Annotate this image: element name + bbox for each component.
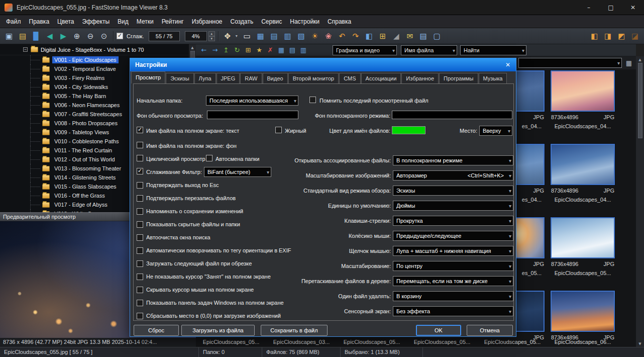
copy-image-icon[interactable]: ▤ xyxy=(17,30,29,42)
option-checkbox[interactable] xyxy=(137,195,143,202)
undo-icon[interactable]: ↶ xyxy=(336,30,348,42)
spin-down-icon[interactable]: ▼ xyxy=(208,36,215,41)
option-checkbox[interactable] xyxy=(137,234,143,241)
email-icon[interactable]: ✉ xyxy=(404,30,416,42)
filename-color-swatch[interactable] xyxy=(392,126,425,134)
layout-browser-icon[interactable]: ◧ xyxy=(588,30,600,42)
option-checkbox[interactable] xyxy=(137,300,143,306)
dialog-tab[interactable]: Лупа xyxy=(194,73,216,83)
dialog-tab[interactable]: RAW xyxy=(240,73,262,83)
thumbnails-view-icon[interactable]: ▦ xyxy=(255,30,267,42)
select-tool-icon[interactable]: ▭ xyxy=(241,30,253,42)
filename-text-checkbox[interactable] xyxy=(137,127,143,133)
folder-new-icon[interactable]: ⊞ xyxy=(243,45,253,55)
thumbnail-cell[interactable]: 8736x4896 JPG EpicCloudscapes_05... xyxy=(548,217,618,290)
redo-icon[interactable]: ↷ xyxy=(350,30,362,42)
select-dropdown[interactable]: Без эффекта xyxy=(393,306,513,316)
folder-refresh-icon[interactable]: ↻ xyxy=(232,45,242,55)
save-to-file-button[interactable]: Сохранить в файл xyxy=(261,325,328,336)
collapse-icon[interactable]: − xyxy=(23,47,28,52)
menu-item[interactable]: Рейтинг xyxy=(158,16,188,27)
select-dropdown[interactable]: Эскизы xyxy=(393,186,513,196)
dialog-tab[interactable]: Эскизы xyxy=(166,73,193,83)
menu-item[interactable]: Сервис xyxy=(257,16,286,27)
dialog-tab[interactable]: Второй монитор xyxy=(288,73,339,83)
crop-board-icon[interactable]: ◢ xyxy=(390,30,402,42)
menu-item[interactable]: Правка xyxy=(25,16,54,27)
spin-up-icon[interactable]: ▲ xyxy=(208,31,215,36)
menu-item[interactable]: Метки xyxy=(133,16,158,27)
option-checkbox[interactable] xyxy=(137,247,143,254)
compare-icon[interactable]: ◧ xyxy=(363,30,375,42)
view-list-icon[interactable]: ▤ xyxy=(287,45,297,55)
start-folder-dropdown[interactable]: Последняя использовавшаяся xyxy=(206,96,298,106)
autochange-checkbox[interactable] xyxy=(206,155,212,161)
zoom-in-icon[interactable]: ⊕ xyxy=(71,30,83,42)
menu-item[interactable]: Эффекты xyxy=(78,16,114,27)
remember-last-checkbox[interactable] xyxy=(309,97,316,103)
screen-settings-icon[interactable]: ▣ xyxy=(3,30,15,42)
select-dropdown[interactable]: В корзину xyxy=(393,291,513,301)
print-icon[interactable]: ▤ xyxy=(417,30,430,42)
layout-windowed-icon[interactable]: ◨ xyxy=(602,30,614,42)
select-dropdown[interactable]: Лупа + масштаб + нижняя навигация xyxy=(393,246,513,256)
layout-split-icon[interactable]: ◩ xyxy=(615,30,627,42)
select-dropdown[interactable]: Дюймы xyxy=(393,201,513,211)
view-details-icon[interactable]: ▥ xyxy=(298,45,308,55)
thumbnail-cell[interactable]: 8736x4896 JPG EpicCloudscapes_04... xyxy=(548,144,618,216)
dialog-tab[interactable]: Просмотр xyxy=(131,71,165,83)
scroll-down-icon[interactable]: ▼ xyxy=(638,340,641,347)
load-from-file-button[interactable]: Загрузить из файла xyxy=(181,325,255,336)
dialog-tab[interactable]: JPEG xyxy=(217,73,240,83)
zoom-spinner[interactable]: ▲ ▼ xyxy=(208,31,215,41)
menu-item[interactable]: Настройки xyxy=(286,16,324,27)
list-view-icon[interactable]: ▤ xyxy=(268,30,280,42)
actual-size-icon[interactable]: ⊙ xyxy=(98,30,110,42)
zoom-value-box[interactable]: 4% xyxy=(185,31,207,41)
select-dropdown[interactable]: Авторазмер <Ctrl+Shift+K> xyxy=(393,170,513,181)
option-checkbox[interactable] xyxy=(137,260,143,267)
cancel-button[interactable]: Отмена xyxy=(467,325,513,336)
menu-item[interactable]: Файл xyxy=(2,16,25,27)
filename-bg-checkbox[interactable] xyxy=(137,142,143,148)
dialog-close-icon[interactable]: ✕ xyxy=(503,60,513,69)
hand-tool-icon[interactable]: ✥ xyxy=(222,30,234,42)
close-button[interactable]: ✕ xyxy=(622,0,644,15)
bold-checkbox[interactable] xyxy=(275,127,282,133)
option-checkbox[interactable] xyxy=(137,182,143,189)
select-dropdown[interactable]: По центру xyxy=(393,261,513,271)
menu-item[interactable]: Справка xyxy=(324,16,355,27)
smooth-checkbox[interactable] xyxy=(117,33,123,39)
effects-icon[interactable]: ☀ xyxy=(309,30,321,42)
hand-tool-dropdown-icon[interactable]: ▾ xyxy=(236,34,238,38)
menu-item[interactable]: Цвета xyxy=(53,16,78,27)
folder-favorite-icon[interactable]: ★ xyxy=(254,45,264,55)
layout-full-icon[interactable]: ◪ xyxy=(629,30,641,42)
grid-scrollbar[interactable]: ▲ ▼ xyxy=(636,56,644,347)
minimize-button[interactable]: – xyxy=(578,0,600,15)
search-pattern-dropdown[interactable] xyxy=(518,58,622,68)
dialog-tab[interactable]: Избранное xyxy=(401,73,439,83)
thumbnail-image[interactable] xyxy=(551,217,615,258)
file-type-filter-dropdown[interactable]: Графика и видео xyxy=(333,45,397,55)
tree-root-row[interactable]: − Digital Juice - StageBoxx - Volume 1 t… xyxy=(0,44,196,55)
dialog-tab[interactable]: Программы xyxy=(439,73,478,83)
tag-view-icon[interactable]: ▧ xyxy=(295,30,307,42)
thumbnail-image[interactable] xyxy=(551,291,615,332)
select-dropdown[interactable]: Предыдущее/следующее xyxy=(393,231,513,241)
thumbnail-image[interactable] xyxy=(551,144,615,185)
grid-scroll-thumb[interactable] xyxy=(638,63,642,138)
next-file-icon[interactable]: ▶ xyxy=(57,30,69,42)
thumbnail-cell[interactable]: 8736x4896 JPG EpicCloudscapes_04... xyxy=(548,70,618,143)
copy-to-folder-icon[interactable]: ⊞ xyxy=(377,30,389,42)
search-input[interactable]: Найти xyxy=(460,45,526,55)
option-checkbox[interactable] xyxy=(137,313,143,319)
dialog-tab[interactable]: Видео xyxy=(263,73,288,83)
save-icon[interactable]: ▉ xyxy=(30,30,42,42)
view-thumbnails-icon[interactable]: ▦ xyxy=(276,45,286,55)
menu-item[interactable]: Избранное xyxy=(188,16,227,27)
delete-icon[interactable]: ✗ xyxy=(265,45,275,55)
option-checkbox[interactable] xyxy=(137,274,143,280)
folder-up-icon[interactable]: ↥ xyxy=(221,45,231,55)
previous-file-icon[interactable]: ◀ xyxy=(44,30,56,42)
